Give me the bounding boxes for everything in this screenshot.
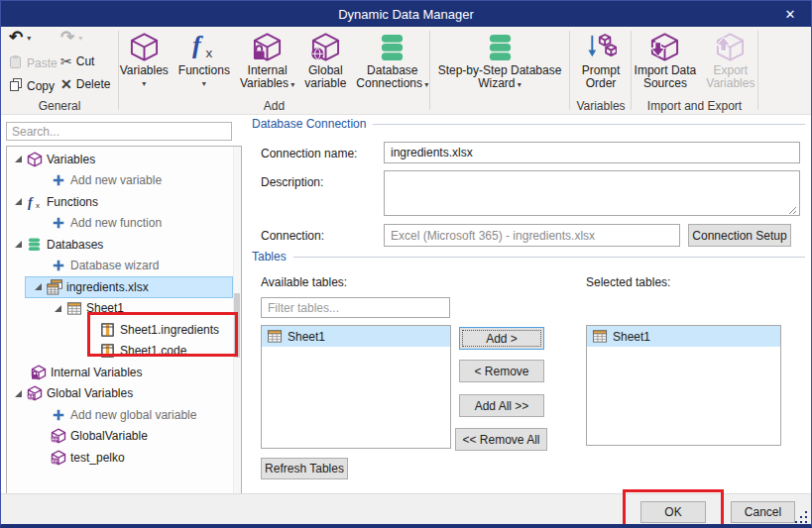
fx-icon: fx xyxy=(26,194,43,210)
tree-expander-icon[interactable] xyxy=(15,390,22,397)
tables-icon xyxy=(46,279,62,295)
svg-text:f: f xyxy=(192,32,203,59)
tree-item-label: Variables xyxy=(47,153,99,166)
step-by-step-database-wizard-button[interactable]: Step-by-Step DatabaseWizard ▾ xyxy=(434,29,566,90)
refresh-tables-button[interactable]: Refresh Tables xyxy=(261,458,348,479)
table-icon xyxy=(266,329,283,345)
window-resize-grip[interactable] xyxy=(794,510,807,523)
plus-icon xyxy=(50,407,66,423)
tree-item-label: Add new global variable xyxy=(70,408,200,422)
tree-item-add-new-global-variable[interactable]: Add new global variable xyxy=(7,404,241,426)
window-title: Dynamic Data Manager xyxy=(338,7,474,22)
cube-lock-icon xyxy=(30,365,47,380)
button-label: Variables xyxy=(706,77,754,90)
tree-expander-icon[interactable] xyxy=(55,305,61,312)
remove-table-button[interactable]: < Remove xyxy=(459,360,544,382)
tree-expander-icon[interactable] xyxy=(15,198,22,205)
database-connections-button[interactable]: DatabaseConnections ▾ xyxy=(352,29,432,90)
search-input[interactable] xyxy=(6,122,232,141)
svg-text:x: x xyxy=(36,201,40,210)
add-all-tables-button[interactable]: Add All >> xyxy=(459,394,544,417)
cut-label: Cut xyxy=(76,54,95,68)
copy-label: Copy xyxy=(27,79,55,93)
tree-item-label: Functions xyxy=(47,195,102,209)
tree-item-label: GlobalVariable xyxy=(70,429,152,443)
table-icon xyxy=(591,329,608,345)
plus-icon xyxy=(50,172,66,188)
tree-item-label: Databases xyxy=(47,238,107,252)
functions-button[interactable]: fxFunctions▾ xyxy=(174,29,234,88)
tree-item-label: Sheet1.ingredients xyxy=(120,323,223,337)
cube-export-icon xyxy=(715,32,746,64)
cube-import-icon xyxy=(649,32,680,64)
tree-item-internal-variables[interactable]: Internal Variables xyxy=(7,362,241,383)
ok-button[interactable]: OK xyxy=(640,501,706,523)
description-label: Description: xyxy=(261,175,323,189)
global-variable-button[interactable]: Globalvariable xyxy=(300,29,350,90)
tree-item-label: Sheet1.code xyxy=(120,344,190,358)
table-icon xyxy=(65,300,82,316)
tree-item-test-pelko[interactable]: test_pelko xyxy=(7,447,241,469)
available-tables-label: Available tables: xyxy=(261,275,347,289)
description-input[interactable] xyxy=(384,170,800,216)
tree-item-label: Internal Variables xyxy=(51,366,147,379)
variables-button[interactable]: Variables▾ xyxy=(116,29,173,88)
tree-expander-icon[interactable] xyxy=(15,241,22,248)
svg-text:x: x xyxy=(206,46,213,60)
undo-button[interactable]: ↶ ▾ xyxy=(9,31,31,45)
tree-item-sheet1[interactable]: Sheet1 xyxy=(7,298,241,320)
tree-item-global-variables[interactable]: Global Variables xyxy=(7,383,241,405)
tree-scrollbar-thumb[interactable] xyxy=(234,293,240,358)
prompt-order-button[interactable]: PromptOrder xyxy=(578,29,625,90)
tree-item-variables[interactable]: Variables xyxy=(7,149,241,170)
copy-icon xyxy=(9,77,23,95)
plus-icon xyxy=(50,258,66,273)
tree-item-functions[interactable]: fxFunctions xyxy=(7,191,241,213)
tree-item-globalvariable[interactable]: GlobalVariable xyxy=(7,426,241,448)
tree-item-sheet1-ingredients[interactable]: Sheet1.ingredients xyxy=(7,319,241,341)
tree-item-sheet1-code[interactable]: Sheet1.code xyxy=(7,341,241,363)
ribbon-group-variables: PromptOrder Variables xyxy=(572,27,630,114)
copy-button[interactable]: Copy xyxy=(9,77,55,95)
cut-button[interactable]: ✂ Cut xyxy=(60,54,94,68)
table-name-label: Sheet1 xyxy=(288,330,325,344)
selected-table-row-sheet1[interactable]: Sheet1 xyxy=(587,326,780,347)
add-table-button[interactable]: Add > xyxy=(459,327,544,350)
cancel-button[interactable]: Cancel xyxy=(731,501,795,523)
chevron-down-icon: ▾ xyxy=(516,80,522,89)
available-table-row-sheet1[interactable]: Sheet1 xyxy=(262,326,450,347)
table-name-label: Sheet1 xyxy=(613,330,650,344)
delete-button[interactable]: ✕ Delete xyxy=(60,77,110,91)
export-variables-button: ExportVariables xyxy=(702,29,758,90)
group-caption-import-export: Import and Export xyxy=(633,99,756,113)
button-label: Functions xyxy=(178,64,230,77)
data-source-tree: VariablesAdd new variablefxFunctionsAdd … xyxy=(6,146,242,494)
chevron-down-icon[interactable]: ▾ xyxy=(27,34,31,43)
tree-item-add-new-function[interactable]: Add new function xyxy=(7,213,241,235)
connection-name-input[interactable] xyxy=(384,142,800,163)
tree-expander-icon[interactable] xyxy=(35,283,42,290)
tree-item-add-new-variable[interactable]: Add new variable xyxy=(7,170,241,192)
tree-expander-icon[interactable] xyxy=(15,156,22,162)
remove-all-tables-button[interactable]: << Remove All xyxy=(455,428,547,451)
db-icon xyxy=(377,32,407,64)
selected-tables-label: Selected tables: xyxy=(586,275,670,289)
section-title: Tables xyxy=(252,250,287,264)
redo-icon: ↷ xyxy=(60,31,74,45)
prompt-icon xyxy=(586,32,617,64)
cube-globe-icon xyxy=(310,32,341,64)
internal-variables-button[interactable]: InternalVariables ▾ xyxy=(236,29,298,90)
button-label: Order xyxy=(586,77,617,90)
tree-item-ingredients-xlsx[interactable]: ingredients.xlsx xyxy=(7,276,241,298)
ribbon: ↶ ▾ ↷ ▾ Paste ✂ Cut Copy ✕ Delete xyxy=(1,27,811,115)
tree-item-databases[interactable]: Databases xyxy=(7,234,241,256)
filter-tables-input[interactable] xyxy=(261,297,450,318)
tree-item-label: Add new function xyxy=(70,216,166,230)
tree-item-database-wizard[interactable]: Database wizard xyxy=(7,256,241,277)
import-data-sources-button[interactable]: Import DataSources xyxy=(631,29,701,90)
paste-label: Paste xyxy=(27,56,58,70)
close-icon[interactable]: ✕ xyxy=(775,1,805,27)
connection-setup-button[interactable]: Connection Setup xyxy=(688,224,791,247)
ribbon-group-import-export: Import DataSourcesExportVariables Import… xyxy=(633,27,756,114)
tree-scrollbar[interactable] xyxy=(233,147,241,493)
